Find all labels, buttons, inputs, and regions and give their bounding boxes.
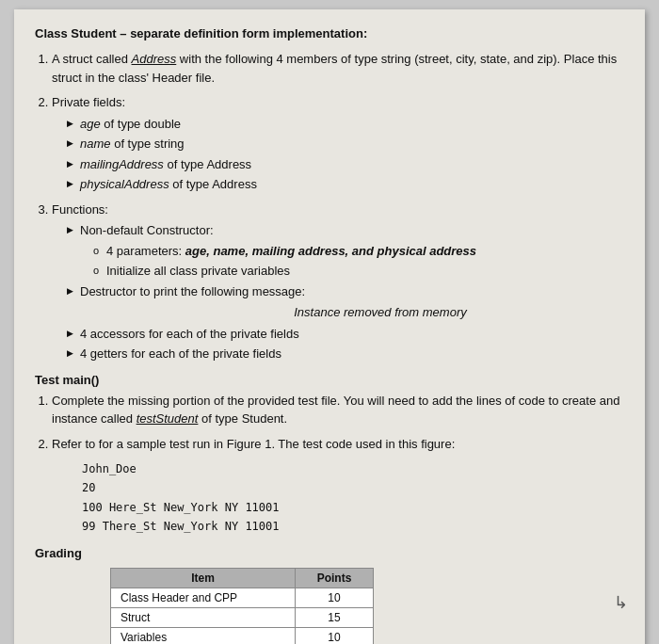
item1-text: A struct called Address with the followi… <box>52 52 617 85</box>
test-item-1: Complete the missing portion of the prov… <box>52 392 624 428</box>
constructor-item: Non-default Constructor: 4 parameters: a… <box>67 221 624 281</box>
cursor-icon: ↳ <box>614 592 628 613</box>
list-item-1: A struct called Address with the followi… <box>52 50 624 87</box>
test-student-ref: testStudent <box>137 411 199 426</box>
field-mailing-type: of type Address <box>168 157 252 171</box>
destructor-item: Destructor to print the following messag… <box>67 282 624 322</box>
col-points-header: Points <box>296 568 374 588</box>
grading-table-wrapper: Item Points Class Header and CPP 10 Stru… <box>110 568 624 644</box>
getters-item: 4 getters for each of the private fields <box>67 345 624 363</box>
code-line-2: 20 <box>82 478 624 497</box>
row-item: Class Header and CPP <box>111 588 296 607</box>
code-line-3: 100 Here_St New_York NY 11001 <box>82 498 624 517</box>
code-line-4: 99 There_St New_York NY 11001 <box>82 517 624 536</box>
grading-title: Grading <box>35 546 624 560</box>
test-item-2: Refer to for a sample test run in Figure… <box>52 435 624 454</box>
table-row: Class Header and CPP 10 <box>111 588 374 607</box>
field-mailing-name: mailingAddress <box>80 157 164 171</box>
row-item: Struct <box>111 607 296 627</box>
destructor-label: Destructor to print the following messag… <box>80 284 305 298</box>
test-main-list: Complete the missing portion of the prov… <box>35 392 624 454</box>
col-item-header: Item <box>111 568 296 588</box>
constructor-detail-1: 4 parameters: age, name, mailing address… <box>93 242 624 261</box>
row-points: 15 <box>296 607 374 627</box>
params-italic: age, name, mailing address, and physical… <box>185 244 476 258</box>
grading-section: Grading Item Points Class Header and CPP… <box>35 546 624 644</box>
field-age-name: age <box>80 117 101 131</box>
private-fields-list: age of type double name of type string m… <box>52 115 624 194</box>
list-item-2: Private fields: age of type double name … <box>52 93 624 194</box>
page-title: Class Student – separate definition form… <box>35 26 624 40</box>
row-points: 10 <box>296 627 374 644</box>
field-name: name of type string <box>67 135 624 153</box>
test-main-title: Test main() <box>35 373 624 387</box>
functions-list: Non-default Constructor: 4 parameters: a… <box>52 221 624 363</box>
table-row: Struct 15 <box>111 607 374 627</box>
functions-label: Functions: <box>52 202 108 217</box>
private-fields-label: Private fields: <box>52 95 125 109</box>
main-list: A struct called Address with the followi… <box>35 50 624 363</box>
main-page: Class Student – separate definition form… <box>14 9 645 644</box>
accessors-item: 4 accessors for each of the private fiel… <box>67 325 624 344</box>
field-mailing: mailingAddress of type Address <box>67 155 624 174</box>
struct-name: Address <box>132 52 177 66</box>
constructor-detail-2: Initialize all class private variables <box>93 262 624 281</box>
constructor-label: Non-default Constructor: <box>80 223 214 237</box>
field-physical-type: of type Address <box>172 177 257 191</box>
field-name-name: name <box>80 137 111 151</box>
grading-table: Item Points Class Header and CPP 10 Stru… <box>110 568 374 644</box>
list-item-3: Functions: Non-default Constructor: 4 pa… <box>52 201 624 363</box>
row-points: 10 <box>296 588 374 607</box>
field-name-type: of type string <box>114 137 184 151</box>
field-physical: physicalAddress of type Address <box>67 175 624 194</box>
code-line-1: John_Doe <box>82 459 624 478</box>
destructor-message: Instance removed from memory <box>137 303 624 322</box>
table-header-row: Item Points <box>111 568 374 588</box>
row-item: Variables <box>111 627 296 644</box>
constructor-details: 4 parameters: age, name, mailing address… <box>80 242 624 281</box>
field-age-type: of type double <box>104 117 181 131</box>
field-physical-name: physicalAddress <box>80 177 169 191</box>
code-block: John_Doe 20 100 Here_St New_York NY 1100… <box>82 459 624 537</box>
field-age: age of type double <box>67 115 624 134</box>
table-row: Variables 10 <box>111 627 374 644</box>
